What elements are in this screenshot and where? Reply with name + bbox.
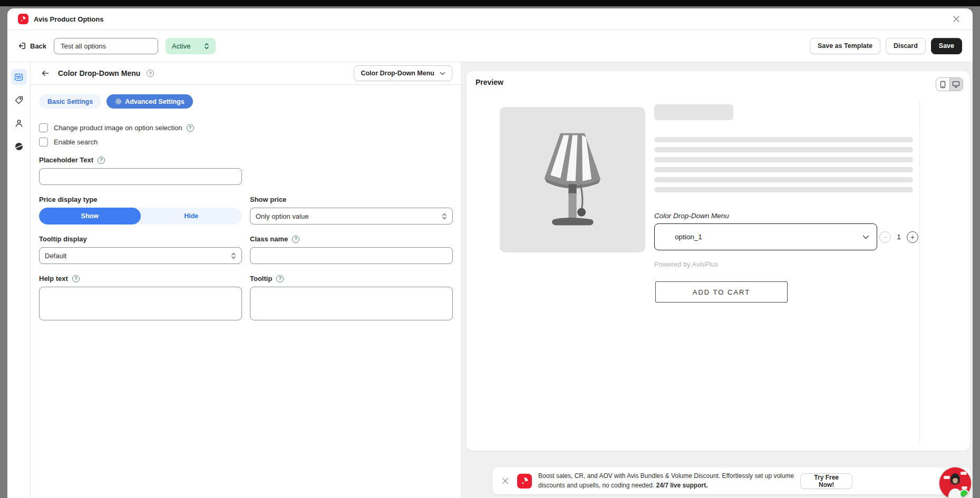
promo-text: Boost sales, CR, and AOV with Avis Bundl… — [538, 472, 794, 490]
show-price-label: Show price — [250, 196, 453, 203]
quantity-increase-button[interactable]: + — [907, 231, 918, 243]
help-text-textarea[interactable] — [39, 287, 242, 320]
enable-search-checkbox[interactable] — [39, 138, 48, 147]
browser-top-bar — [0, 0, 980, 6]
gear-icon — [115, 98, 122, 105]
title-help-icon[interactable]: ? — [147, 70, 154, 77]
option-list-icon — [14, 72, 24, 82]
desktop-view-button[interactable] — [949, 78, 963, 91]
close-icon — [502, 477, 509, 484]
product-image — [500, 107, 645, 252]
support-chat-widget[interactable] — [939, 467, 971, 498]
chevron-down-icon — [440, 72, 445, 75]
save-button[interactable]: Save — [931, 38, 962, 54]
price-display-label: Price display type — [39, 196, 242, 203]
tooltip-textarea[interactable] — [250, 287, 453, 320]
powered-by-label: Powered by AvisPlus — [654, 260, 718, 268]
class-name-input[interactable] — [250, 247, 453, 264]
sidebar-item-online-store[interactable] — [11, 139, 27, 154]
close-modal-button[interactable] — [950, 13, 962, 25]
add-to-cart-button[interactable]: ADD TO CART — [655, 281, 788, 302]
tooltip-display-label-text: Tooltip display — [39, 235, 87, 243]
toolbar: Back Active Save as Template Discard Sav… — [7, 30, 973, 62]
change-image-checkbox[interactable] — [39, 123, 48, 132]
price-display-column: Price display type Show Hide — [39, 185, 242, 224]
tab-basic-settings[interactable]: Basic Settings — [39, 94, 101, 109]
dismiss-banner-button[interactable] — [500, 475, 511, 486]
change-image-help-icon[interactable]: ? — [187, 124, 194, 132]
element-type-value: Color Drop-Down Menu — [361, 70, 434, 77]
tab-advanced-settings[interactable]: Advanced Settings — [106, 94, 193, 109]
show-price-column: Show price Only option value — [250, 185, 453, 224]
show-price-select[interactable]: Only option value — [250, 208, 453, 224]
arrow-left-icon — [41, 69, 50, 77]
settings-title: Color Drop-Down Menu — [58, 69, 140, 77]
price-display-hide-option[interactable]: Hide — [141, 208, 242, 224]
tooltip-display-value: Default — [45, 252, 66, 260]
promo-text-bold: 24/7 live support. — [656, 482, 708, 489]
tab-advanced-label: Advanced Settings — [125, 98, 185, 105]
placeholder-text-input[interactable] — [39, 168, 242, 185]
sidebar-item-customers[interactable] — [11, 115, 27, 131]
settings-panel: Color Drop-Down Menu ? Color Drop-Down M… — [31, 62, 461, 498]
back-button[interactable]: Back — [18, 42, 46, 50]
class-name-help-icon[interactable]: ? — [292, 236, 299, 243]
class-name-label-text: Class name — [250, 235, 288, 243]
class-name-column: Class name ? — [250, 224, 453, 264]
show-price-value: Only option value — [256, 212, 308, 220]
updown-chevron-icon — [442, 213, 447, 220]
price-display-show-option[interactable]: Show — [39, 208, 141, 224]
enable-search-label: Enable search — [54, 138, 98, 146]
checkbox-row-enable-search: Enable search — [39, 138, 452, 147]
preview-option-dropdown[interactable]: option_1 — [654, 223, 877, 250]
change-image-label-text: Change product image on option selection — [54, 124, 182, 132]
mobile-view-button[interactable] — [936, 78, 949, 91]
status-select[interactable]: Active — [166, 38, 216, 54]
settings-grid: Price display type Show Hide Show price … — [39, 185, 452, 322]
settings-back-button[interactable] — [39, 67, 52, 80]
tooltip-column: Tooltip ? — [250, 264, 453, 322]
tooltip-display-label: Tooltip display — [39, 235, 242, 243]
app-header: Avis Product Options — [7, 8, 973, 30]
close-icon — [953, 15, 960, 23]
updown-chevron-icon — [231, 252, 236, 259]
checkbox-row-change-image: Change product image on option selection… — [39, 123, 452, 132]
try-free-now-button[interactable]: Try Free Now! — [800, 473, 852, 489]
promo-banner: Boost sales, CR, and AOV with Avis Bundl… — [492, 467, 971, 494]
help-text-help-icon[interactable]: ? — [72, 275, 80, 282]
toolbar-actions: Save as Template Discard Save — [810, 38, 962, 54]
help-text-label: Help text ? — [39, 275, 242, 282]
sidebar-item-option-sets[interactable] — [11, 69, 27, 85]
placeholder-text-label: Placeholder Text ? — [39, 156, 452, 164]
chevron-down-icon — [862, 235, 869, 239]
device-toggle — [936, 77, 963, 91]
globe-icon — [14, 142, 24, 151]
class-name-label: Class name ? — [250, 235, 453, 243]
exit-icon — [18, 42, 26, 50]
tooltip-display-column: Tooltip display Default — [39, 224, 242, 264]
tag-icon — [14, 95, 24, 105]
price-display-label-text: Price display type — [39, 196, 98, 203]
skeleton-line — [654, 147, 913, 152]
tooltip-help-icon[interactable]: ? — [276, 275, 284, 282]
option-set-name-input[interactable] — [54, 38, 158, 54]
help-text-label-text: Help text — [39, 275, 68, 282]
preview-area: Preview — [461, 62, 973, 498]
preview-card: Preview — [467, 71, 970, 451]
sidebar-item-tags[interactable] — [11, 92, 27, 108]
element-type-selector[interactable]: Color Drop-Down Menu — [354, 65, 452, 81]
skeleton-title — [654, 104, 733, 120]
save-as-template-button[interactable]: Save as Template — [810, 38, 880, 54]
placeholder-help-icon[interactable]: ? — [98, 157, 105, 164]
enable-search-label-text: Enable search — [54, 138, 98, 146]
avis-app-logo-icon — [18, 14, 28, 24]
back-label: Back — [30, 42, 46, 50]
discard-button[interactable]: Discard — [886, 38, 926, 54]
tooltip-display-select[interactable]: Default — [39, 247, 242, 264]
status-value: Active — [172, 42, 190, 50]
quantity-value: 1 — [896, 233, 901, 241]
help-text-column: Help text ? — [39, 264, 242, 322]
skeleton-line — [654, 157, 913, 162]
price-display-segmented: Show Hide — [39, 208, 242, 224]
quantity-decrease-button[interactable]: − — [879, 231, 891, 243]
